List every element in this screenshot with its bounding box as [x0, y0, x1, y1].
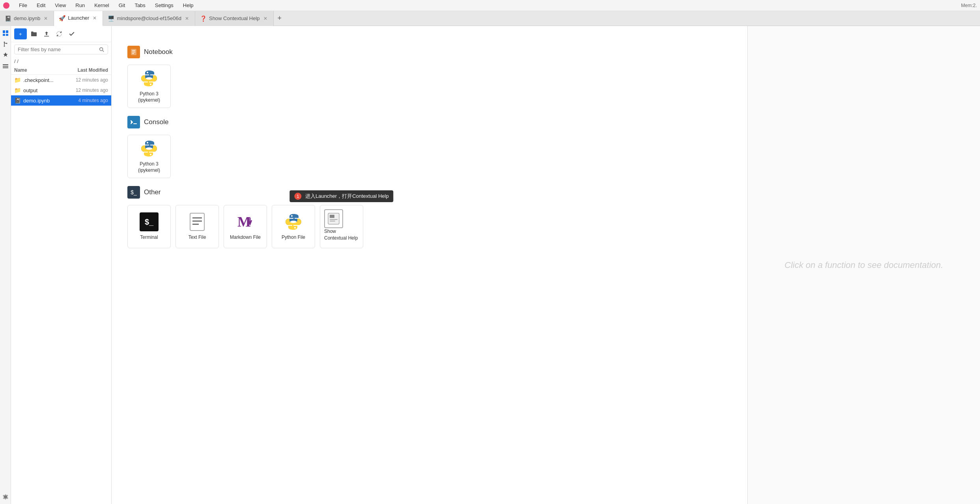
- tab-launcher[interactable]: 🚀 Launcher ✕: [54, 11, 103, 26]
- tab-help-close[interactable]: ✕: [262, 15, 269, 22]
- menu-git[interactable]: Git: [117, 2, 127, 9]
- svg-rect-2: [3, 34, 5, 36]
- show-contextual-help-card[interactable]: 1 进入Launcher，打开Contextual Help Show Cont…: [320, 205, 363, 248]
- svg-rect-18: [190, 213, 204, 231]
- menu-view[interactable]: View: [53, 2, 67, 9]
- new-file-button[interactable]: +: [14, 28, 27, 39]
- svg-point-24: [291, 215, 293, 217]
- terminal-label: Terminal: [140, 234, 158, 241]
- python3-console-label: Python 3 (ipykernel): [132, 161, 166, 173]
- file-list: 📁 .checkpoint... 12 minutes ago 📁 output…: [11, 75, 111, 504]
- refresh-button[interactable]: [54, 28, 65, 39]
- python3-console-card[interactable]: Python 3 (ipykernel): [127, 135, 171, 178]
- show-contextual-help-label: Show Contextual Help: [324, 229, 358, 241]
- svg-rect-8: [3, 64, 8, 65]
- menu-edit[interactable]: Edit: [35, 2, 47, 9]
- search-input[interactable]: [18, 46, 97, 52]
- notebook-section-header: Notebook: [127, 46, 732, 58]
- tab-demo-ipynb[interactable]: 📓 demo.ipynb ✕: [0, 11, 54, 26]
- console-section-icon: [127, 116, 140, 128]
- file-modified: 4 minutes ago: [78, 98, 108, 103]
- col-modified-header: Last Modified: [53, 67, 108, 73]
- python-file-label: Python File: [282, 234, 305, 241]
- python-console-logo-icon: [140, 139, 159, 158]
- terminal-icon: $_: [140, 212, 159, 231]
- folder-icon: 📁: [14, 77, 21, 83]
- python3-notebook-label: Python 3 (ipykernel): [132, 91, 166, 103]
- svg-rect-29: [330, 221, 335, 221]
- tab-launcher-close[interactable]: ✕: [91, 15, 98, 21]
- tab-launcher-icon: 🚀: [59, 15, 65, 21]
- file-row-checkpoint[interactable]: 📁 .checkpoint... 12 minutes ago: [11, 75, 111, 85]
- file-panel: + / / Name Last Modified: [11, 26, 112, 504]
- text-file-card[interactable]: Text File: [175, 205, 219, 248]
- svg-rect-3: [6, 34, 8, 36]
- svg-point-17: [150, 154, 151, 155]
- markdown-file-card[interactable]: M Markdown File: [224, 205, 267, 248]
- other-section-title: Other: [144, 188, 161, 196]
- show-help-icon: [324, 209, 343, 228]
- tab-mindspore-close[interactable]: ✕: [184, 15, 190, 22]
- menu-tabs[interactable]: Tabs: [133, 2, 147, 9]
- file-table-header: Name Last Modified: [11, 66, 111, 75]
- file-modified: 12 minutes ago: [76, 87, 108, 93]
- tab-launcher-label: Launcher: [68, 15, 89, 21]
- menu-settings[interactable]: Settings: [153, 2, 175, 9]
- menu-run[interactable]: Run: [74, 2, 86, 9]
- file-row-output[interactable]: 📁 output 12 minutes ago: [11, 85, 111, 95]
- tab-help-label: Show Contextual Help: [209, 15, 260, 21]
- right-panel: Click on a function to see documentation…: [747, 26, 980, 504]
- file-modified: 12 minutes ago: [76, 77, 108, 83]
- sidebar-settings-btn[interactable]: [1, 492, 10, 502]
- svg-rect-1: [6, 30, 8, 33]
- svg-point-14: [147, 72, 148, 73]
- tab-mindspore-label: mindspore@cloud-ef15e06d: [117, 15, 181, 21]
- svg-point-25: [294, 227, 296, 229]
- git-check-button[interactable]: [66, 28, 77, 39]
- other-section-header: $_ Other: [127, 186, 732, 199]
- tab-demo-label: demo.ipynb: [14, 15, 40, 21]
- terminal-card[interactable]: $_ Terminal: [127, 205, 171, 248]
- tab-demo-close[interactable]: ✕: [43, 15, 49, 22]
- svg-point-5: [4, 46, 5, 47]
- tab-notebook-icon: 📓: [5, 15, 11, 22]
- menu-help[interactable]: Help: [181, 2, 195, 9]
- python-file-card[interactable]: Python File: [272, 205, 315, 248]
- tab-contextual-help[interactable]: ❓ Show Contextual Help ✕: [195, 11, 274, 26]
- tab-help-icon: ❓: [200, 15, 207, 22]
- notebook-section-title: Notebook: [144, 48, 173, 56]
- upload-button[interactable]: [41, 28, 52, 39]
- menu-bar: File Edit View Run Kernel Git Tabs Setti…: [0, 0, 980, 11]
- file-name: output: [23, 87, 76, 93]
- sidebar-files-btn[interactable]: [1, 28, 10, 38]
- file-row-demo[interactable]: 📓 demo.ipynb 4 minutes ago: [11, 95, 111, 106]
- file-name: demo.ipynb: [23, 98, 78, 104]
- other-section-icon: $_: [127, 186, 140, 199]
- console-card-grid: Python 3 (ipykernel): [127, 135, 732, 178]
- main-layout: + / / Name Last Modified: [0, 26, 980, 504]
- open-folder-button[interactable]: [28, 28, 39, 39]
- text-file-icon: [188, 212, 207, 231]
- file-name: .checkpoint...: [23, 77, 76, 83]
- console-section-header: Console: [127, 116, 732, 128]
- sidebar-extensions-btn[interactable]: [1, 50, 10, 60]
- tab-add-button[interactable]: +: [274, 11, 286, 26]
- markdown-icon: M: [236, 212, 255, 231]
- menu-kernel[interactable]: Kernel: [93, 2, 111, 9]
- svg-rect-27: [330, 215, 334, 218]
- console-section-title: Console: [144, 118, 168, 126]
- svg-rect-0: [3, 30, 5, 33]
- notebook-card-grid: Python 3 (ipykernel): [127, 65, 732, 108]
- search-box[interactable]: [14, 45, 108, 54]
- python3-notebook-card[interactable]: Python 3 (ipykernel): [127, 65, 171, 108]
- svg-line-12: [103, 50, 104, 52]
- svg-rect-9: [3, 66, 8, 67]
- svg-point-11: [100, 47, 103, 50]
- menu-file[interactable]: File: [17, 2, 29, 9]
- svg-point-16: [147, 142, 148, 143]
- tab-mindspore[interactable]: 🖥️ mindspore@cloud-ef15e06d ✕: [103, 11, 195, 26]
- content-area: Notebook Python 3 (ipykernel): [112, 26, 980, 504]
- sidebar-git-btn[interactable]: [1, 39, 10, 49]
- sidebar-list-btn[interactable]: [1, 61, 10, 71]
- notebook-section-icon: [127, 46, 140, 58]
